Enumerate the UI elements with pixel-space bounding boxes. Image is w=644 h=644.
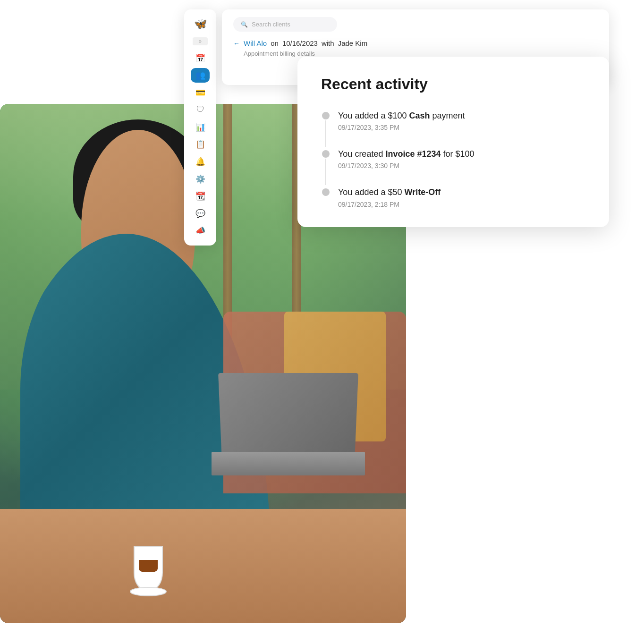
breadcrumb-with: with <box>322 39 334 47</box>
page-subtitle: Appointment billing details <box>244 50 598 57</box>
activity-prefix-3: You added a $50 <box>338 187 404 197</box>
collapse-button[interactable]: » <box>193 37 208 45</box>
analytics-icon: 📊 <box>195 122 205 132</box>
cup-body <box>134 546 163 590</box>
activity-timestamp-3: 09/17/2023, 2:18 PM <box>338 201 441 208</box>
activity-timestamp-1: 09/17/2023, 3:35 PM <box>338 124 465 131</box>
activity-content-3: You added a $50 Write-Off 09/17/2023, 2:… <box>338 186 441 208</box>
timeline-col-3 <box>321 186 330 196</box>
cup-liquid <box>139 560 158 573</box>
activity-bold-1: Cash <box>409 111 430 120</box>
activity-suffix-1: payment <box>430 111 465 120</box>
sidebar-item-schedule[interactable]: 📆 <box>191 189 210 203</box>
breadcrumb: ← Will Alo on 10/16/2023 with Jade Kim <box>233 39 598 47</box>
activity-prefix-2: You created <box>338 149 385 159</box>
sidebar: 🦋 » 📅 👥 💳 🛡 📊 📋 🔔 ⚙️ 📆 <box>184 9 216 246</box>
app-logo: 🦋 <box>191 17 209 31</box>
activity-card: Recent activity You added a $100 Cash pa… <box>297 57 609 227</box>
activity-content-2: You created Invoice #1234 for $100 09/17… <box>338 148 475 186</box>
breadcrumb-separator: on <box>271 39 279 47</box>
activity-text-2: You created Invoice #1234 for $100 <box>338 148 475 160</box>
schedule-icon: 📆 <box>195 191 205 201</box>
activity-text-3: You added a $50 Write-Off <box>338 186 441 198</box>
timeline-dot-1 <box>322 112 330 119</box>
timeline-dot-3 <box>322 188 330 196</box>
clients-icon: 👥 <box>195 70 205 80</box>
breadcrumb-date: 10/16/2023 <box>282 39 318 47</box>
activity-timestamp-2: 09/17/2023, 3:30 PM <box>338 162 475 169</box>
timeline-line-2 <box>325 159 326 185</box>
sidebar-item-settings[interactable]: ⚙️ <box>191 172 210 186</box>
sidebar-item-calendar[interactable]: 📅 <box>191 51 210 66</box>
timeline-line-1 <box>325 120 326 147</box>
shield-icon: 🛡 <box>196 105 204 115</box>
timeline-col-1 <box>321 110 330 147</box>
laptop <box>203 374 373 530</box>
activity-item-2: You created Invoice #1234 for $100 09/17… <box>321 148 585 186</box>
sidebar-item-announcements[interactable]: 📣 <box>191 223 210 238</box>
activity-text-1: You added a $100 Cash payment <box>338 110 465 122</box>
calendar-icon: 📅 <box>195 53 205 63</box>
sidebar-item-messages[interactable]: 💬 <box>191 206 210 221</box>
search-placeholder-text: Search clients <box>252 21 290 28</box>
activity-bold-3: Write-Off <box>404 187 441 197</box>
sidebar-item-analytics[interactable]: 📊 <box>191 120 210 135</box>
sidebar-item-notifications[interactable]: 🔔 <box>191 154 210 169</box>
activity-prefix-1: You added a $100 <box>338 111 409 120</box>
timeline-col-2 <box>321 148 330 185</box>
activity-suffix-2: for $100 <box>441 149 475 159</box>
laptop-screen <box>218 373 358 458</box>
back-arrow-icon[interactable]: ← <box>233 40 240 47</box>
notes-icon: 📋 <box>195 139 205 149</box>
breadcrumb-provider: Jade Kim <box>338 39 368 47</box>
sidebar-item-security[interactable]: 🛡 <box>191 103 210 118</box>
sidebar-item-clients[interactable]: 👥 <box>191 68 210 83</box>
client-name-link[interactable]: Will Alo <box>244 39 267 47</box>
megaphone-icon: 📣 <box>195 226 205 236</box>
activity-content-1: You added a $100 Cash payment 09/17/2023… <box>338 110 465 148</box>
cup-saucer <box>130 587 166 596</box>
tea-cup <box>130 540 166 602</box>
activity-item-3: You added a $50 Write-Off 09/17/2023, 2:… <box>321 186 585 208</box>
activity-title: Recent activity <box>321 76 585 93</box>
search-container[interactable]: 🔍 Search clients <box>233 17 337 32</box>
sidebar-item-notes[interactable]: 📋 <box>191 137 210 152</box>
laptop-base <box>212 452 365 475</box>
chat-icon: 💬 <box>195 209 205 219</box>
timeline-dot-2 <box>322 150 330 158</box>
activity-item-1: You added a $100 Cash payment 09/17/2023… <box>321 110 585 148</box>
gear-icon: ⚙️ <box>195 174 205 184</box>
bell-icon: 🔔 <box>195 157 205 167</box>
butterfly-icon: 🦋 <box>194 18 207 30</box>
sidebar-item-billing[interactable]: 💳 <box>191 85 210 100</box>
billing-icon: 💳 <box>195 88 205 98</box>
activity-bold-2: Invoice #1234 <box>385 149 441 159</box>
search-icon: 🔍 <box>241 21 248 28</box>
activity-list: You added a $100 Cash payment 09/17/2023… <box>321 110 585 208</box>
